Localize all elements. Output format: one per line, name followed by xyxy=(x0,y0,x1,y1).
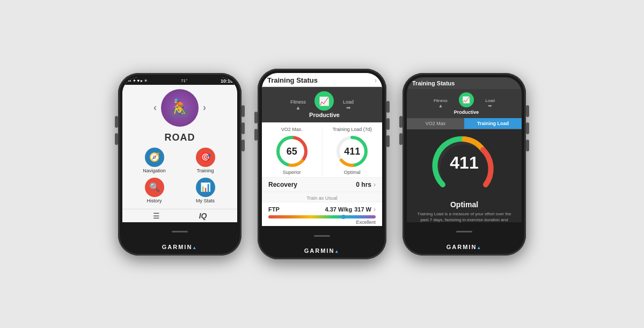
menu-item-stats[interactable]: 📊 My Stats xyxy=(182,178,229,203)
bottom-bar-2 xyxy=(262,226,382,245)
ftp-values-row: 4.37 W/kg 317 W › xyxy=(325,206,376,213)
tab-vo2max-3[interactable]: VO2 Max xyxy=(407,118,464,129)
ftp-sub-2: Excellent xyxy=(268,220,376,225)
ftp-indicator-2 xyxy=(341,215,346,219)
side-btn-3[interactable] xyxy=(241,105,245,117)
next-arrow-icon[interactable]: › xyxy=(203,102,206,113)
time-display: 10:10 xyxy=(221,78,233,84)
nav-icon: ▸ xyxy=(141,78,143,83)
side-buttons-right-1 xyxy=(241,105,245,151)
tl-gauge: 411 xyxy=(335,134,369,169)
side-btn-14[interactable] xyxy=(526,122,529,134)
bottom-bar-3 xyxy=(407,222,522,242)
side-btn-4[interactable] xyxy=(241,122,245,134)
bottom-indicator-3 xyxy=(456,231,472,232)
temperature: 71° xyxy=(181,78,187,83)
big-gauge-3: 411 xyxy=(432,134,496,198)
road-mode-label: ROAD xyxy=(165,132,195,143)
load-arrow-icon: ➡ xyxy=(346,105,350,111)
productive-badge-2: 📈 Productive xyxy=(309,91,340,118)
status-bar-1: ▪▪▪ ✦ ♥ ▸ ☀ 71° 10:10 xyxy=(122,77,237,85)
tab-training-load-3[interactable]: Training Load xyxy=(464,118,522,129)
recovery-value-2: 0 hrs xyxy=(356,181,371,188)
side-btn-5[interactable] xyxy=(241,140,245,151)
fitness-item-2: Fitness ▲ xyxy=(290,99,306,111)
metrics-row-2: VO2 Max. 65 Superior xyxy=(268,127,376,175)
navigation-label: Navigation xyxy=(143,168,166,173)
screen-1: ▪▪▪ ✦ ♥ ▸ ☀ 71° 10:10 ‹ 🚴 xyxy=(122,77,237,222)
side-buttons-left-2 xyxy=(254,112,258,141)
fitness-item-3: Fitness ▲ xyxy=(434,98,448,108)
nav-arrows-row: ‹ 🚴 › xyxy=(153,89,206,127)
side-btn-6[interactable] xyxy=(254,112,258,123)
garmin-brand-1: GARMIN▲ xyxy=(162,244,198,250)
divider-2 xyxy=(322,127,323,175)
menu-item-history[interactable]: 🔍 History xyxy=(131,178,178,203)
vo2-metric: VO2 Max. 65 Superior xyxy=(268,127,316,175)
screen-2: Training Status › Fitness ▲ 📈 Productive… xyxy=(262,73,382,226)
productive-text-2: Productive xyxy=(309,112,340,118)
device-1: ▪▪▪ ✦ ♥ ▸ ☀ 71° 10:10 ‹ 🚴 xyxy=(118,73,241,256)
tl-value: 411 xyxy=(344,146,360,157)
side-btn-7[interactable] xyxy=(254,129,258,141)
productive-badge-3: 📈 Productive xyxy=(454,92,479,115)
ftp-row-2: FTP 4.37 W/kg 317 W › xyxy=(268,206,376,213)
bottom-indicator-2 xyxy=(314,235,330,237)
garmin-brand-3: GARMIN▲ xyxy=(447,244,482,250)
vo2-gauge: 65 xyxy=(275,134,309,169)
training-status-title-3: Training Status xyxy=(412,80,455,86)
training-header-2: Training Status › xyxy=(262,73,382,87)
ftp-label-2: FTP xyxy=(268,206,280,213)
big-gauge-value-3: 411 xyxy=(450,152,478,172)
device-inner-1: ▪▪▪ ✦ ♥ ▸ ☀ 71° 10:10 ‹ 🚴 xyxy=(122,77,237,242)
brand-arrow-3: ▲ xyxy=(477,245,482,250)
fitness-label-3: Fitness xyxy=(434,98,448,103)
signal-icon: ▪▪▪ xyxy=(127,78,131,83)
device-inner-2: Training Status › Fitness ▲ 📈 Productive… xyxy=(262,73,382,245)
ftp-chevron-icon: › xyxy=(374,206,376,213)
metrics-section-2: VO2 Max. 65 Superior xyxy=(262,122,382,177)
menu-item-training[interactable]: 🎯 Training xyxy=(182,148,229,173)
side-buttons-left-3 xyxy=(399,116,402,145)
side-btn-11[interactable] xyxy=(399,116,402,128)
side-btn-15[interactable] xyxy=(526,140,529,151)
side-btn-10[interactable] xyxy=(386,135,390,147)
fitness-arrow-up-icon: ▲ xyxy=(296,105,301,111)
bottom-bar-1 xyxy=(122,222,237,242)
garmin-brand-2: GARMIN▲ xyxy=(304,247,340,254)
fitness-load-row-2: Fitness ▲ 📈 Productive Load ➡ xyxy=(262,87,382,122)
side-buttons-right-3 xyxy=(526,105,529,151)
side-btn-8[interactable] xyxy=(386,101,390,113)
side-btn-1[interactable] xyxy=(115,116,118,128)
bottom-nav-1: ☰ IQ xyxy=(122,209,237,222)
heart-icon: ♥ xyxy=(137,78,140,83)
load-label-3: Load xyxy=(485,98,495,103)
side-btn-9[interactable] xyxy=(386,118,390,130)
tl-metric: Training Load (7d) 411 Optimal xyxy=(329,127,376,175)
tabs-row-3: VO2 Max Training Load xyxy=(407,118,522,129)
prev-arrow-icon[interactable]: ‹ xyxy=(153,102,157,113)
vo2-sub: Superior xyxy=(283,170,301,175)
iq-label: IQ xyxy=(199,212,207,220)
history-icon: 🔍 xyxy=(145,178,164,197)
side-btn-2[interactable] xyxy=(115,133,118,145)
road-content: ‹ 🚴 › ROAD 🧭 Navigation 🎯 xyxy=(122,85,237,209)
vo2-value: 65 xyxy=(287,146,297,157)
ftp-bar-2 xyxy=(268,215,376,218)
chevron-right-icon-2: › xyxy=(375,77,377,84)
tl-description-3: Training Load is a measure of your effor… xyxy=(411,211,517,222)
side-btn-13[interactable] xyxy=(526,105,529,117)
sun-icon: ☀ xyxy=(144,78,148,83)
side-btn-12[interactable] xyxy=(399,133,402,145)
load-item-3: Load ➡ xyxy=(485,98,495,108)
cyclist-circle: 🚴 xyxy=(161,89,199,127)
training-status-title-2: Training Status xyxy=(267,76,318,84)
side-buttons-right-2 xyxy=(386,101,390,147)
productive-icon-3: 📈 xyxy=(459,92,474,107)
recovery-section-2: Recovery 0 hrs › xyxy=(262,177,382,192)
hamburger-icon[interactable]: ☰ xyxy=(153,212,160,220)
big-gauge-section-3: 411 Optimal Training Load is a measure o… xyxy=(407,129,522,222)
menu-item-navigation[interactable]: 🧭 Navigation xyxy=(131,148,178,173)
fitness-label-2: Fitness xyxy=(290,99,306,105)
recovery-label-2: Recovery xyxy=(268,181,297,188)
